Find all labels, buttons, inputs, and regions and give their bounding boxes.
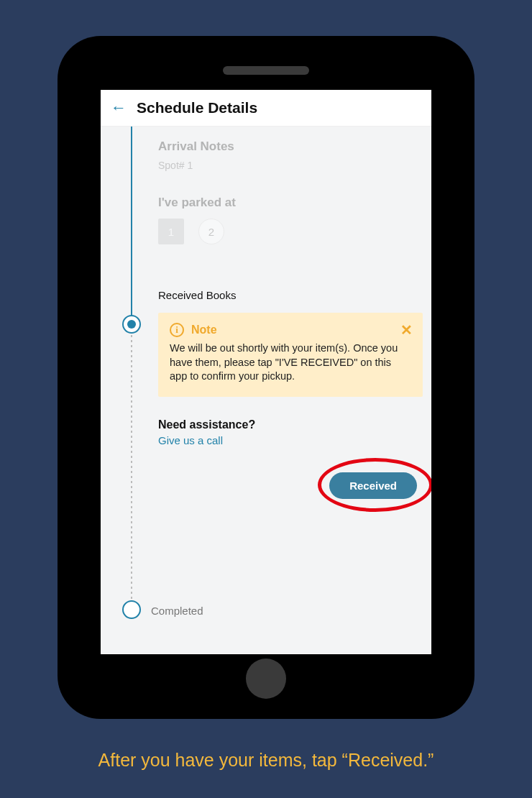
arrival-notes-title: Arrival Notes — [158, 134, 423, 154]
timeline — [131, 127, 132, 653]
timeline-line-pending — [131, 335, 132, 608]
assistance-call-link[interactable]: Give us a call — [158, 434, 423, 446]
parking-options: 1 2 — [158, 219, 423, 244]
received-step-label: Received Books — [158, 289, 423, 301]
completed-step-label: Completed — [151, 605, 203, 617]
note-title: Note — [191, 324, 217, 336]
content-area: Arrival Notes Spot# 1 I've parked at 1 2… — [101, 127, 431, 653]
note-header: i Note — [170, 323, 411, 337]
parking-option-2[interactable]: 2 — [198, 219, 224, 244]
received-button-wrap: Received — [158, 472, 417, 499]
info-icon: i — [170, 323, 184, 337]
back-arrow-icon[interactable]: ← — [111, 98, 127, 117]
phone-frame: ← Schedule Details Arrival Notes Spot# 1… — [58, 36, 474, 719]
parked-at-label: I've parked at — [158, 196, 423, 210]
timeline-node-completed — [122, 600, 141, 619]
app-screen: ← Schedule Details Arrival Notes Spot# 1… — [101, 90, 431, 654]
phone-home-button[interactable] — [246, 659, 286, 699]
parking-option-1[interactable]: 1 — [158, 219, 184, 244]
app-header: ← Schedule Details — [101, 90, 431, 127]
note-box: i Note ✕ We will be out shortly with you… — [158, 313, 423, 397]
note-body: We will be out shortly with your item(s)… — [170, 341, 411, 384]
received-section: Received Books i Note ✕ We will be out s… — [158, 289, 423, 499]
timeline-node-active — [122, 315, 141, 334]
received-button[interactable]: Received — [329, 472, 417, 499]
phone-speaker — [223, 66, 309, 75]
page-title: Schedule Details — [137, 99, 257, 116]
close-icon[interactable]: ✕ — [400, 321, 413, 339]
instruction-caption: After you have your items, tap “Received… — [0, 750, 532, 771]
arrival-section: Arrival Notes Spot# 1 I've parked at 1 2 — [158, 134, 423, 244]
arrival-spot-text: Spot# 1 — [158, 160, 423, 171]
timeline-line-done — [131, 127, 132, 324]
assistance-title: Need assistance? — [158, 418, 423, 431]
